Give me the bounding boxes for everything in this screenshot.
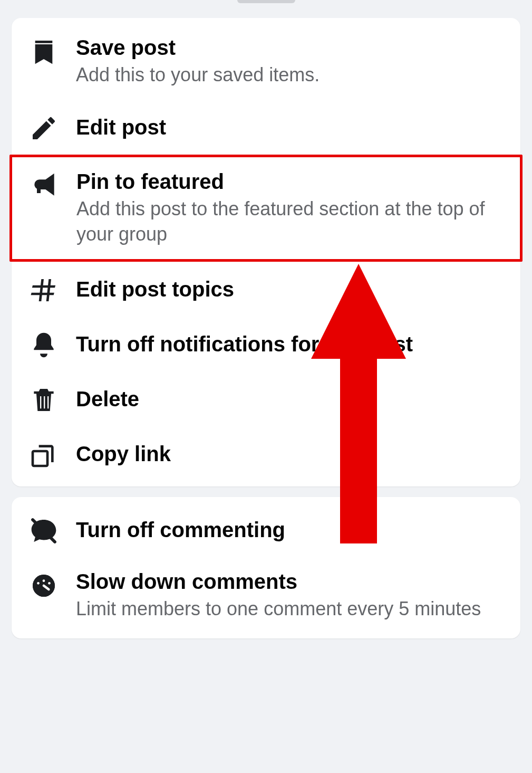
megaphone-icon [28, 169, 61, 201]
pencil-icon [27, 111, 60, 143]
menu-item-title: Delete [76, 386, 505, 412]
menu-item-subtitle: Limit members to one comment every 5 min… [76, 596, 505, 622]
drag-handle-wrap [0, 0, 532, 8]
menu-item-text: Slow down comments Limit members to one … [76, 569, 505, 622]
menu-item-title: Pin to featured [76, 169, 504, 194]
menu-item-title: Edit post [76, 114, 505, 140]
svg-point-3 [48, 582, 51, 585]
menu-item-edit-post[interactable]: Edit post [12, 100, 520, 155]
menu-item-title: Save post [76, 35, 505, 60]
menu-item-subtitle: Add this to your saved items. [76, 62, 505, 88]
menu-item-delete[interactable]: Delete [12, 371, 520, 426]
gauge-icon [27, 569, 60, 600]
menu-item-save-post[interactable]: Save post Add this to your saved items. [12, 23, 520, 100]
menu-panel-1: Save post Add this to your saved items. … [12, 18, 520, 486]
menu-item-title: Turn off notifications for this post [76, 331, 505, 357]
svg-point-1 [37, 582, 40, 585]
menu-item-title: Turn off commenting [76, 517, 505, 542]
menu-item-copy-link[interactable]: Copy link [12, 426, 520, 481]
comment-off-icon [27, 514, 60, 546]
svg-point-2 [43, 579, 45, 582]
menu-item-subtitle: Add this post to the featured section at… [76, 196, 504, 247]
bookmark-icon [27, 35, 60, 66]
menu-item-text: Delete [76, 386, 505, 412]
copy-icon [27, 438, 60, 470]
menu-item-text: Edit post topics [76, 276, 505, 302]
annotation-highlight-box: Pin to featured Add this post to the fea… [9, 155, 523, 262]
menu-item-text: Turn off commenting [76, 517, 505, 542]
menu-item-pin-featured[interactable]: Pin to featured Add this post to the fea… [12, 157, 520, 259]
drag-handle[interactable] [237, 0, 295, 3]
menu-item-edit-topics[interactable]: Edit post topics [12, 262, 520, 317]
menu-item-turn-off-notifications[interactable]: Turn off notifications for this post [12, 317, 520, 371]
menu-item-turn-off-commenting[interactable]: Turn off commenting [12, 502, 520, 557]
menu-panel-2: Turn off commenting Slow down comments L… [12, 497, 520, 639]
trash-icon [27, 383, 60, 415]
menu-item-text: Edit post [76, 114, 505, 140]
menu-item-title: Slow down comments [76, 569, 505, 594]
menu-item-title: Edit post topics [76, 276, 505, 302]
action-sheet: Save post Add this to your saved items. … [0, 0, 532, 638]
hash-icon [27, 273, 60, 305]
menu-item-text: Pin to featured Add this post to the fea… [76, 169, 504, 247]
menu-item-text: Turn off notifications for this post [76, 331, 505, 357]
menu-item-title: Copy link [76, 441, 505, 466]
menu-item-text: Save post Add this to your saved items. [76, 35, 505, 88]
menu-item-text: Copy link [76, 441, 505, 466]
bell-icon [27, 328, 60, 360]
menu-item-slow-down-comments[interactable]: Slow down comments Limit members to one … [12, 557, 520, 634]
